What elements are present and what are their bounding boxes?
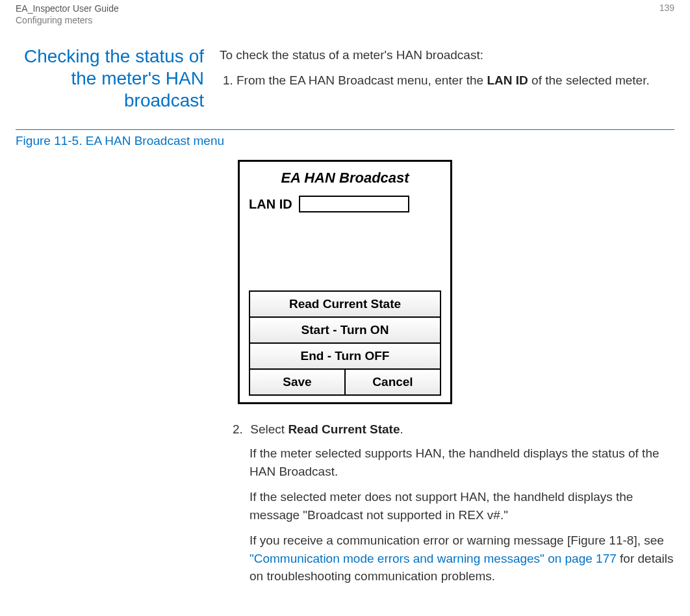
read-current-state-button[interactable]: Read Current State (250, 292, 440, 318)
para-comm-error: If you receive a communication error or … (249, 532, 674, 585)
start-turn-on-button[interactable]: Start - Turn ON (250, 318, 440, 344)
intro-text: To check the status of a meter's HAN bro… (220, 48, 674, 62)
para-supports-han: If the meter selected supports HAN, the … (249, 444, 674, 480)
page-number: 139 (659, 3, 674, 26)
para-not-support-han: If the selected meter does not support H… (249, 488, 674, 524)
running-header: EA_Inspector User Guide Configuring mete… (16, 0, 674, 26)
step-1: From the EA HAN Broadcast menu, enter th… (236, 71, 674, 90)
step-2: 2. Select Read Current State. (233, 422, 674, 437)
device-button-stack: Read Current State Start - Turn ON End -… (249, 290, 441, 396)
doc-title: EA_Inspector User Guide (16, 3, 119, 14)
step-list: From the EA HAN Broadcast menu, enter th… (220, 71, 674, 90)
para3-pre: If you receive a communication error or … (249, 533, 664, 547)
device-screenshot: EA HAN Broadcast LAN ID Read Current Sta… (238, 160, 452, 404)
figure-rule (16, 129, 674, 130)
figure-caption: Figure 11-5. EA HAN Broadcast menu (0, 134, 674, 148)
step2-bold: Read Current State (288, 422, 400, 436)
lan-id-input[interactable] (299, 196, 409, 212)
step1-bold: LAN ID (487, 73, 528, 87)
doc-subtitle: Configuring meters (16, 14, 119, 26)
lan-id-label: LAN ID (249, 197, 292, 212)
step2-number: 2. (233, 422, 247, 437)
step2-pre: Select (250, 422, 288, 436)
step1-pre: From the EA HAN Broadcast menu, enter th… (236, 73, 487, 87)
end-turn-off-button[interactable]: End - Turn OFF (250, 344, 440, 370)
cancel-button[interactable]: Cancel (346, 370, 440, 394)
save-button[interactable]: Save (250, 370, 346, 394)
step2-post: . (400, 422, 403, 436)
section-heading: Checking the status of the meter's HAN b… (16, 45, 204, 111)
device-title: EA HAN Broadcast (246, 170, 444, 186)
step1-post: of the selected meter. (528, 73, 650, 87)
comm-mode-errors-link[interactable]: "Communication mode errors and warning m… (249, 552, 617, 565)
